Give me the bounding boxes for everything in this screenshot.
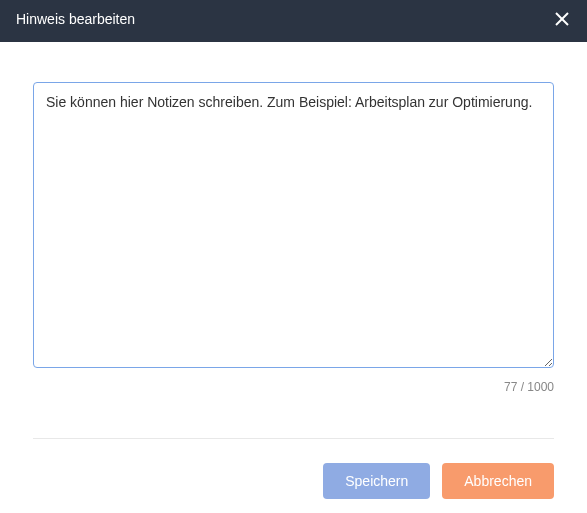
cancel-button[interactable]: Abbrechen [442,463,554,499]
modal-title: Hinweis bearbeiten [16,11,135,27]
modal-body: 77 / 1000 [0,42,587,394]
note-textarea[interactable] [33,82,554,368]
close-button[interactable] [553,10,571,28]
save-button[interactable]: Speichern [323,463,430,499]
modal-header: Hinweis bearbeiten [0,0,587,42]
close-icon [555,12,569,26]
char-counter: 77 / 1000 [33,380,554,394]
modal-footer: Speichern Abbrechen [33,438,554,499]
